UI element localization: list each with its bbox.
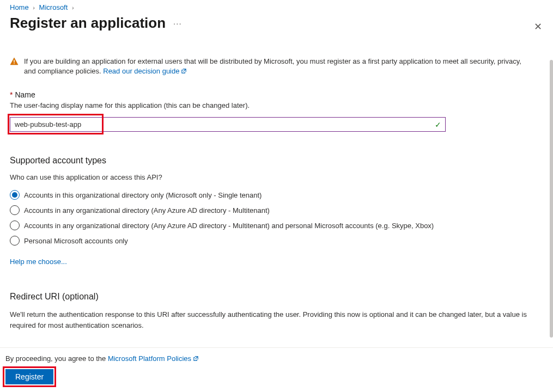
svg-rect-0: [14, 60, 14, 63]
redirect-uri-desc: We'll return the authentication response…: [10, 309, 533, 330]
platform-policies-link[interactable]: Microsoft Platform Policies: [108, 354, 199, 363]
radio-label: Accounts in any organizational directory…: [24, 222, 434, 230]
radio-personal-only[interactable]: Personal Microsoft accounts only: [10, 236, 543, 246]
radio-single-tenant[interactable]: Accounts in this organizational director…: [10, 190, 543, 200]
external-link-icon: [193, 356, 199, 362]
warning-text: If you are building an application for e…: [24, 57, 521, 75]
checkmark-icon: ✓: [435, 120, 441, 129]
chevron-right-icon: ›: [72, 4, 74, 11]
footer: By proceeding, you agree to the Microsof…: [0, 347, 553, 392]
scrollbar[interactable]: [550, 60, 553, 338]
name-label: *Name: [10, 90, 543, 99]
account-type-radio-group: Accounts in this organizational director…: [10, 190, 543, 246]
name-hint: The user-facing display name for this ap…: [10, 101, 543, 109]
radio-icon: [10, 220, 20, 230]
account-types-hint: Who can use this application or access t…: [10, 173, 543, 181]
help-me-choose-link[interactable]: Help me choose...: [10, 258, 67, 266]
breadcrumb-microsoft[interactable]: Microsoft: [39, 3, 68, 11]
register-button[interactable]: Register: [5, 369, 53, 384]
name-input[interactable]: [10, 117, 446, 132]
radio-icon: [10, 236, 20, 246]
page-title: Register an application: [10, 15, 166, 32]
required-indicator: *: [10, 90, 13, 99]
account-types-heading: Supported account types: [10, 156, 543, 166]
more-icon[interactable]: ···: [173, 19, 182, 28]
radio-multitenant[interactable]: Accounts in any organizational directory…: [10, 205, 543, 215]
policy-prefix: By proceeding, you agree to the: [5, 354, 108, 363]
external-link-icon: [181, 68, 187, 74]
svg-rect-1: [14, 63, 14, 64]
breadcrumb: Home › Microsoft ›: [10, 3, 543, 11]
radio-icon: [10, 190, 20, 200]
chevron-right-icon: ›: [33, 4, 35, 11]
breadcrumb-home[interactable]: Home: [10, 3, 29, 11]
warning-icon: [10, 57, 19, 66]
redirect-uri-heading: Redirect URI (optional): [10, 292, 543, 302]
warning-banner: If you are building an application for e…: [10, 57, 522, 76]
radio-label: Accounts in this organizational director…: [24, 191, 262, 199]
radio-multitenant-personal[interactable]: Accounts in any organizational directory…: [10, 220, 543, 230]
close-icon[interactable]: ✕: [534, 21, 542, 33]
radio-icon: [10, 205, 20, 215]
radio-label: Accounts in any organizational directory…: [24, 206, 270, 215]
radio-label: Personal Microsoft accounts only: [24, 237, 128, 245]
decision-guide-link[interactable]: Read our decision guide: [103, 67, 187, 75]
